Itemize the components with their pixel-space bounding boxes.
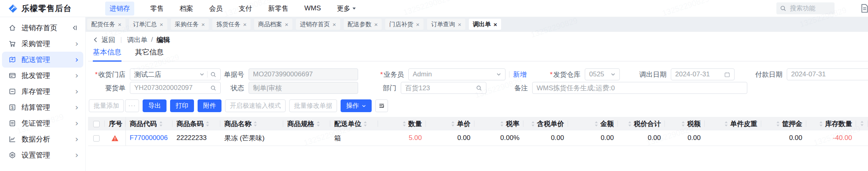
back-icon[interactable] [93,37,98,43]
tab-transfer-out[interactable]: 调出单× [469,19,501,30]
sort-icon[interactable] [531,121,535,127]
tab-order-query[interactable]: 订单查询× [427,19,465,30]
sort-icon[interactable] [451,121,455,127]
close-icon[interactable]: × [458,21,461,28]
col-barcode[interactable]: 商品条码 [172,117,220,130]
ship-warehouse-value[interactable] [589,70,611,78]
sidebar-item-analytics[interactable]: 数据分析 › [2,131,83,147]
col-tare[interactable]: 单件皮重 [705,117,761,130]
caret-down-icon[interactable] [496,72,501,77]
col-price[interactable]: 单价 [426,117,474,130]
column-settings-button[interactable] [375,99,388,112]
request-no-value[interactable] [134,84,210,92]
department-input[interactable] [401,82,486,94]
breadcrumb-section[interactable]: 调出单 [127,35,147,45]
request-no-input[interactable] [130,82,221,94]
close-icon[interactable]: × [416,21,419,28]
operate-button[interactable]: 操作 [341,99,372,112]
sort-icon[interactable] [159,121,163,127]
calendar-icon[interactable] [724,72,730,78]
col-basket-deposit[interactable]: 筐押金 [761,117,806,130]
sidebar-item-purchase[interactable]: 采购管理 › [2,36,83,52]
collapse-sidebar-icon[interactable] [71,24,78,31]
sort-icon[interactable] [681,121,685,127]
remark-input[interactable] [532,82,747,94]
col-qty[interactable]: 数量 [378,117,426,130]
tab-basic-info[interactable]: 基本信息 [93,47,121,61]
col-spec[interactable]: 商品规格 [283,117,330,130]
nav-item-new-retail[interactable]: 新零售 [268,4,288,13]
col-tax[interactable]: 税额 [665,117,705,130]
sort-icon[interactable] [253,121,257,127]
search-icon[interactable] [210,85,216,91]
pay-date-value[interactable] [791,70,866,78]
department-value[interactable] [405,84,476,92]
sidebar-item-delivery[interactable]: 配送管理 › [2,52,83,68]
close-icon[interactable]: × [243,21,247,28]
tab-delivery-params[interactable]: 配送参数× [344,19,382,30]
close-icon[interactable]: × [285,21,288,28]
sort-icon[interactable] [500,121,504,127]
pay-date-picker[interactable] [787,68,868,80]
col-amount[interactable]: 金额 [568,117,618,130]
tab-delivery-task[interactable]: 配货任务× [87,19,125,30]
caret-down-icon[interactable] [200,72,204,77]
col-product-code[interactable]: 商品代码 [125,117,172,130]
table-row[interactable]: F770000006 22222233 果冻 (芒果味) 箱 5.00 0.00… [88,130,868,146]
remark-value[interactable] [537,84,743,92]
nav-item-archive[interactable]: 档案 [180,4,193,13]
tab-purchase-task[interactable]: 采购任务× [171,19,209,30]
speed-input-button[interactable]: 开启极速输入模式 [225,99,286,112]
product-code-link[interactable]: F770000006 [130,134,168,142]
sidebar-item-stock[interactable]: 库存管理 › [2,84,83,99]
search-input[interactable] [789,4,825,12]
function-search[interactable] [776,2,835,14]
back-link[interactable]: 返回 [102,35,115,45]
nav-item-member[interactable]: 会员 [209,4,223,13]
sort-icon[interactable] [594,121,598,127]
tab-inventory-home[interactable]: 进销存首页× [296,19,340,30]
ship-warehouse-select[interactable] [585,68,620,80]
sidebar-item-settlement[interactable]: $ 结算管理 › [2,99,83,115]
row-select-checkbox[interactable] [93,135,100,142]
close-icon[interactable]: × [374,21,378,28]
nav-item-retail[interactable]: 零售 [150,4,164,13]
search-icon[interactable] [476,85,482,91]
sidebar-item-voucher[interactable]: 凭证管理 › [2,115,83,131]
add-salesman-button[interactable]: 新增 [513,70,527,79]
export-button[interactable]: 导出 [143,99,167,112]
receive-store-select[interactable] [130,68,221,80]
close-icon[interactable]: × [494,21,497,28]
tab-store-replenish[interactable]: 门店补货× [385,19,423,30]
col-tax-rate[interactable]: 税率 [474,117,523,130]
nav-item-payment[interactable]: 支付 [239,4,252,13]
close-icon[interactable]: × [118,21,121,28]
close-icon[interactable]: × [333,21,336,28]
tab-product-archive[interactable]: 商品档案× [254,19,292,30]
sort-icon[interactable] [402,121,406,127]
tab-other-info[interactable]: 其它信息 [135,47,164,61]
sort-icon[interactable] [819,121,823,127]
close-icon[interactable]: × [160,21,163,28]
search-icon[interactable] [210,72,216,78]
warning-icon[interactable] [111,135,119,142]
notice-icon[interactable] [859,3,868,15]
sort-icon[interactable] [628,121,632,127]
nav-item-inventory[interactable]: 进销存 [105,2,134,16]
attachment-button[interactable]: 附件 [198,99,221,112]
print-button[interactable]: 打印 [170,99,194,112]
sort-icon[interactable] [316,121,320,127]
col-price-with-tax[interactable]: 含税单价 [523,117,568,130]
sort-icon[interactable] [363,121,367,127]
sidebar-item-settings[interactable]: 设置管理 › [2,147,83,163]
salesman-value[interactable] [413,70,496,78]
sort-icon[interactable] [860,120,864,126]
col-delivery-unit[interactable]: 配送单位 [330,117,378,130]
close-icon[interactable]: × [202,21,205,28]
out-date-value[interactable] [675,70,724,78]
caret-down-icon[interactable] [611,72,615,77]
batch-add-button[interactable]: 批量添加 [89,99,124,112]
col-product-name[interactable]: 商品名称 [220,117,283,130]
sort-icon[interactable] [776,121,780,127]
batch-add-more-button[interactable]: ··· [125,99,139,112]
